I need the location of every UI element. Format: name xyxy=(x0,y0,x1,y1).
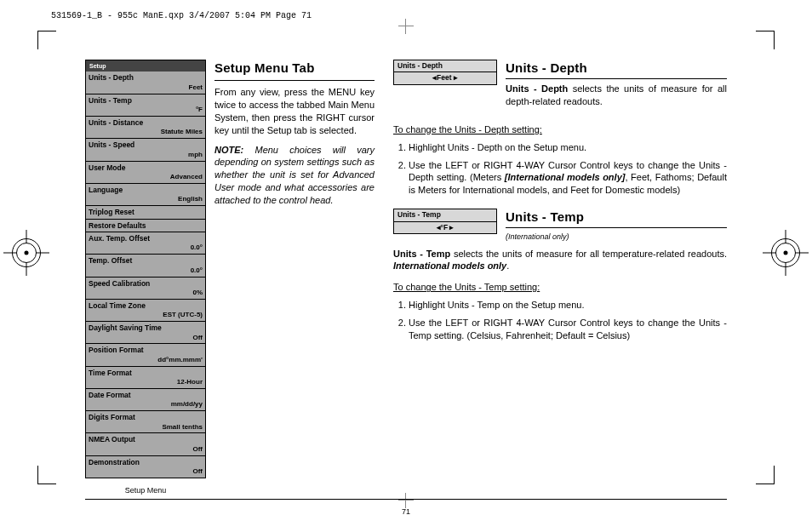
menu-item-value: Statute Miles xyxy=(89,128,203,137)
menu-item-value: mm/dd/yy xyxy=(89,400,203,409)
fold-mark-top xyxy=(398,19,414,34)
menu-item-label: Triplog Reset xyxy=(89,208,203,217)
crop-mark xyxy=(756,466,775,484)
units-temp-steps: Highlight Units - Temp on the Setup menu… xyxy=(409,299,727,342)
menu-titlebar: Setup xyxy=(86,60,205,72)
menu-item-label: Units - Temp xyxy=(89,96,203,106)
units-temp-howto: To change the Units - Temp setting: xyxy=(393,281,727,294)
list-item: Highlight Units - Depth on the Setup men… xyxy=(409,141,727,154)
registration-mark-left xyxy=(12,238,41,267)
lead-ital: International models only xyxy=(393,260,506,271)
menu-item-label: Units - Depth xyxy=(89,73,203,83)
menu-item: Speed Calibration0% xyxy=(86,277,205,299)
menu-item: Restore Defaults xyxy=(86,219,205,232)
list-item: Highlight Units - Temp on the Setup menu… xyxy=(409,299,727,312)
print-header: 531569-1_B - 955c ManE.qxp 3/4/2007 5:04… xyxy=(51,10,312,22)
menu-item-label: Restore Defaults xyxy=(89,221,203,231)
step-ital: [International models only] xyxy=(505,172,626,182)
menu-item: LanguageEnglish xyxy=(86,183,205,205)
menu-item-label: Units - Speed xyxy=(89,140,203,150)
widget-title: Units - Temp xyxy=(394,209,496,221)
list-item: Use the LEFT or RIGHT 4-WAY Cursor Contr… xyxy=(409,317,727,342)
menu-item: Date Formatmm/dd/yy xyxy=(86,388,205,410)
units-depth-widget: Units - Depth Feet xyxy=(393,60,497,85)
widget-value: °F xyxy=(394,222,496,233)
lead-bold: Units - Temp xyxy=(393,249,450,259)
menu-item-value: Advanced xyxy=(89,173,203,182)
menu-item-label: Position Format xyxy=(89,346,203,355)
menu-item-label: Aux. Temp. Offset xyxy=(89,234,203,243)
units-temp-sub: (International only) xyxy=(506,232,727,242)
setup-menu-tab-note: NOTE: Menu choices will vary depending o… xyxy=(214,144,375,207)
menu-item-label: Daylight Saving Time xyxy=(89,323,203,333)
menu-item-label: Speed Calibration xyxy=(89,279,203,289)
menu-item-label: Digits Format xyxy=(89,413,203,422)
menu-item-value: Feet xyxy=(89,83,203,93)
menu-item: Units - Speedmph xyxy=(86,138,205,160)
units-temp-widget: Units - Temp °F xyxy=(393,209,497,234)
menu-item-value: 0% xyxy=(89,289,203,298)
menu-caption: Setup Menu xyxy=(85,485,206,495)
note-label: NOTE: xyxy=(214,145,243,155)
menu-item: Digits FormatSmall tenths xyxy=(86,410,205,432)
units-temp-lead: Units - Temp selects the units of measur… xyxy=(393,248,727,273)
setup-menu-screenshot: Setup Units - DepthFeetUnits - Temp°FUni… xyxy=(85,60,206,478)
menu-item-value: Off xyxy=(89,467,203,477)
menu-item: Daylight Saving TimeOff xyxy=(86,321,205,343)
menu-item: Units - Temp°F xyxy=(86,94,205,116)
list-item: Use the LEFT or RIGHT 4-WAY Cursor Contr… xyxy=(409,159,727,197)
menu-item-value: 12-Hour xyxy=(89,378,203,387)
menu-item-value: mph xyxy=(89,151,203,160)
menu-item-label: Demonstration xyxy=(89,458,203,467)
menu-item: User ModeAdvanced xyxy=(86,161,205,183)
menu-item-label: Date Format xyxy=(89,391,203,400)
units-depth-howto: To change the Units - Depth setting: xyxy=(393,123,727,136)
page-content: Setup Units - DepthFeetUnits - Temp°FUni… xyxy=(85,60,727,455)
menu-item: Units - DepthFeet xyxy=(86,72,205,93)
menu-item: Temp. Offset0.0° xyxy=(86,254,205,276)
menu-item: NMEA OutputOff xyxy=(86,432,205,455)
menu-item: DemonstrationOff xyxy=(86,455,205,478)
setup-tab-label: Setup xyxy=(89,62,106,70)
menu-item-value: EST (UTC-5) xyxy=(89,311,203,320)
units-depth-heading: Units - Depth xyxy=(506,60,727,77)
menu-item-value: Off xyxy=(89,445,203,455)
crop-mark xyxy=(37,31,56,49)
menu-item-value: English xyxy=(89,195,203,204)
menu-item: Position Formatdd°mm.mmm' xyxy=(86,343,205,365)
widget-title: Units - Depth xyxy=(394,60,496,72)
menu-item-value: Small tenths xyxy=(89,423,203,432)
menu-item-label: Time Format xyxy=(89,369,203,378)
menu-item-value: 0.0° xyxy=(89,266,203,276)
menu-item-label: Temp. Offset xyxy=(89,256,203,266)
menu-item: Time Format12-Hour xyxy=(86,366,205,388)
lead-mid: selects the units of measure for all tem… xyxy=(450,249,727,259)
setup-menu-tab-para: From any view, press the MENU key twice … xyxy=(214,86,375,136)
menu-item-value: °F xyxy=(89,106,203,115)
menu-item: Aux. Temp. Offset0.0° xyxy=(86,232,205,254)
crop-mark xyxy=(756,31,775,49)
setup-menu-block: Setup Units - DepthFeetUnits - Temp°FUni… xyxy=(85,60,206,495)
menu-item: Units - DistanceStatute Miles xyxy=(86,116,205,138)
menu-item-label: Local Time Zone xyxy=(89,301,203,311)
menu-item-value: 0.0° xyxy=(89,243,203,253)
lead-bold: Units - Depth xyxy=(506,83,568,94)
menu-item: Triplog Reset xyxy=(86,205,205,218)
print-sheet: 531569-1_B - 955c ManE.qxp 3/4/2007 5:04… xyxy=(0,0,812,515)
units-temp-heading: Units - Temp xyxy=(506,209,727,226)
menu-item-value: dd°mm.mmm' xyxy=(89,356,203,365)
widget-value: Feet xyxy=(394,72,496,83)
menu-item-label: Language xyxy=(89,186,203,195)
page-number: 71 xyxy=(85,506,727,515)
menu-item-value: Off xyxy=(89,334,203,343)
menu-item-label: NMEA Output xyxy=(89,435,203,444)
menu-item-label: Units - Distance xyxy=(89,118,203,128)
menu-item-label: User Mode xyxy=(89,163,203,173)
menu-item: Local Time ZoneEST (UTC-5) xyxy=(86,299,205,321)
registration-mark-right xyxy=(771,238,800,267)
units-depth-steps: Highlight Units - Depth on the Setup men… xyxy=(409,141,727,197)
units-depth-lead: Units - Depth selects the units of measu… xyxy=(506,83,727,108)
crop-mark xyxy=(37,466,56,484)
setup-menu-tab-heading: Setup Menu Tab xyxy=(214,60,375,77)
